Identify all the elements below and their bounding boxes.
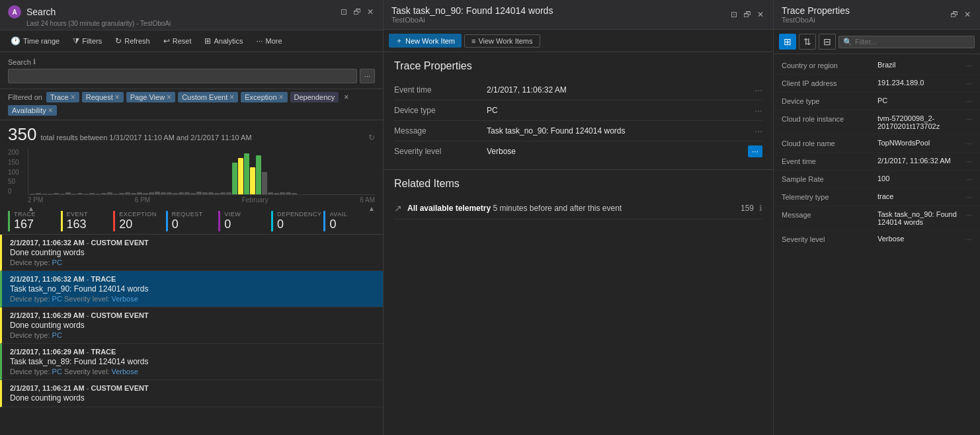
info-icon: ℹ xyxy=(33,58,36,66)
middle-maximize-button[interactable]: 🗗 xyxy=(743,10,752,19)
tag-request: Request × xyxy=(82,92,124,102)
event-item[interactable]: 2/1/2017, 11:06:32 AM - TRACE Task task_… xyxy=(0,271,383,307)
prop-dots[interactable]: ··· xyxy=(965,61,972,70)
row-dots[interactable]: ··· xyxy=(755,85,762,95)
chart-bar xyxy=(95,194,101,194)
right-close-button[interactable]: ✕ xyxy=(963,10,972,19)
chart-bar xyxy=(280,192,285,194)
reset-button[interactable]: ↩ Reset xyxy=(158,34,197,48)
new-work-item-button[interactable]: ＋ New Work Item xyxy=(389,34,462,48)
event-message: Task task_no_90: Found 124014 words xyxy=(10,284,375,294)
chart-bar xyxy=(137,192,142,194)
chart-bar xyxy=(83,194,89,194)
tag-availability: Availability × xyxy=(8,105,57,116)
trace-section: Trace Properties Event time 2/1/2017, 11… xyxy=(384,52,773,170)
results-refresh-icon[interactable]: ↻ xyxy=(368,133,375,142)
prop-row-telemetry-type: Telemetry type trace ··· xyxy=(774,188,980,206)
right-panel: Trace Properties TestOboAi 🗗 ✕ ⊞ ⇅ ⊟ 🔍 C… xyxy=(774,0,980,435)
prop-dots[interactable]: ··· xyxy=(965,114,972,124)
event-timestamp: 2/1/2017, 11:06:29 AM - CUSTOM EVENT xyxy=(10,311,375,319)
prop-dots[interactable]: ··· xyxy=(965,235,972,244)
event-timestamp: 2/1/2017, 11:06:29 AM - TRACE xyxy=(10,348,375,356)
chart-bars xyxy=(28,149,375,194)
event-item[interactable]: 2/1/2017, 11:06:29 AM - CUSTOM EVENT Don… xyxy=(0,307,383,344)
time-range-button[interactable]: 🕐 Time range xyxy=(5,34,65,48)
tag-custom-event-remove[interactable]: × xyxy=(229,93,234,102)
tag-exception: Exception × xyxy=(241,92,287,102)
trace-key: Severity level xyxy=(394,147,487,156)
middle-pin-button[interactable]: ⊡ xyxy=(729,10,739,19)
view-work-items-label: View Work Items xyxy=(478,37,532,45)
reset-label: Reset xyxy=(173,37,192,45)
chart-canvas xyxy=(28,149,375,195)
middle-close-button[interactable]: ✕ xyxy=(756,10,765,19)
analytics-button[interactable]: ⊞ Analytics xyxy=(199,34,248,48)
prop-row-client-ip: Client IP address 191.234.189.0 ··· xyxy=(774,75,980,93)
chart-arrow-right[interactable]: ▲ xyxy=(368,205,375,212)
filters-button[interactable]: ⧩ Filters xyxy=(67,34,107,48)
prop-key: Event time xyxy=(782,157,878,165)
chart-area: 200 150 100 50 0 2 PM 6 PM February 6 AM… xyxy=(0,149,383,208)
chart-arrows: ▲ ▲ xyxy=(28,205,375,212)
chart-bar xyxy=(179,192,184,194)
more-button[interactable]: ··· More xyxy=(251,34,288,48)
pin-button[interactable]: ⊡ xyxy=(339,7,348,17)
event-item[interactable]: 2/1/2017, 11:06:29 AM - TRACE Task task_… xyxy=(0,344,383,380)
right-maximize-button[interactable]: 🗗 xyxy=(950,10,959,19)
tag-availability-remove[interactable]: × xyxy=(48,106,53,115)
refresh-label: Refresh xyxy=(124,37,150,45)
related-link-icon: ↗ xyxy=(394,203,402,214)
prop-row-cloud-role-name: Cloud role name TopNWordsPool ··· xyxy=(774,135,980,153)
chart-arrow-left[interactable]: ▲ xyxy=(28,205,34,212)
event-item[interactable]: 2/1/2017, 11:06:32 AM - CUSTOM EVENT Don… xyxy=(0,235,383,271)
left-toolbar: 🕐 Time range ⧩ Filters ↻ Refresh ↩ Reset… xyxy=(0,30,383,52)
filter-input[interactable] xyxy=(855,38,970,46)
close-button[interactable]: ✕ xyxy=(366,7,375,17)
trace-key: Device type xyxy=(394,106,487,115)
tag-trace-remove[interactable]: × xyxy=(71,93,75,102)
prop-row-sample-rate: Sample Rate 100 ··· xyxy=(774,171,980,188)
tag-row-remove[interactable]: × xyxy=(344,93,348,102)
left-panel-subtitle: Last 24 hours (30 minute granularity) - … xyxy=(26,20,375,27)
stat-event: EVENT 163 xyxy=(61,211,112,231)
filter-input-row: 🔍 xyxy=(838,36,975,48)
stats-row: TRACE 167 EVENT 163 EXCEPTION 20 REQUEST… xyxy=(0,208,383,235)
prop-dots[interactable]: ··· xyxy=(965,79,972,88)
row-active-dots[interactable]: ··· xyxy=(748,145,762,157)
chart-bar xyxy=(149,192,154,194)
refresh-button[interactable]: ↻ Refresh xyxy=(110,34,155,48)
prop-value: PC xyxy=(878,97,963,104)
tag-exception-remove[interactable]: × xyxy=(279,93,284,102)
chart-bar xyxy=(89,193,95,194)
prop-value: Task task_no_90: Found 124014 words xyxy=(878,210,963,226)
prop-dots[interactable]: ··· xyxy=(965,157,972,166)
prop-dots[interactable]: ··· xyxy=(965,175,972,184)
trace-value: PC xyxy=(487,106,762,115)
middle-title: Task task_no_90: Found 124014 words xyxy=(391,5,553,16)
prop-dots[interactable]: ··· xyxy=(965,210,972,219)
tag-request-remove[interactable]: × xyxy=(115,93,120,102)
stat-request: REQUEST 0 xyxy=(166,211,218,231)
row-dots[interactable]: ··· xyxy=(755,126,762,136)
related-item[interactable]: ↗ All available telemetry 5 minutes befo… xyxy=(394,198,762,219)
props-view-button[interactable]: ⊞ xyxy=(779,34,796,50)
prop-row-device-type: Device type PC ··· xyxy=(774,93,980,110)
event-item[interactable]: 2/1/2017, 11:06:21 AM - CUSTOM EVENT Don… xyxy=(0,380,383,407)
maximize-button[interactable]: 🗗 xyxy=(352,7,362,17)
middle-header: Task task_no_90: Found 124014 words Test… xyxy=(384,0,773,30)
search-input[interactable] xyxy=(8,69,357,83)
chart-bar xyxy=(232,163,237,194)
sort-button[interactable]: ⇅ xyxy=(799,34,816,50)
prop-key: Device type xyxy=(782,97,878,105)
chart-bar xyxy=(208,192,214,194)
search-options-button[interactable]: ··· xyxy=(360,69,375,83)
trace-section-title: Trace Properties xyxy=(394,60,762,72)
tag-page-view-remove[interactable]: × xyxy=(167,93,171,102)
prop-dots[interactable]: ··· xyxy=(965,139,972,148)
prop-dots[interactable]: ··· xyxy=(965,192,972,202)
prop-dots[interactable]: ··· xyxy=(965,97,972,106)
chart-bar xyxy=(77,193,83,194)
view-work-items-button[interactable]: ≡ View Work Items xyxy=(464,34,540,48)
list-view-button[interactable]: ⊟ xyxy=(819,34,836,50)
row-dots[interactable]: ··· xyxy=(755,105,762,116)
